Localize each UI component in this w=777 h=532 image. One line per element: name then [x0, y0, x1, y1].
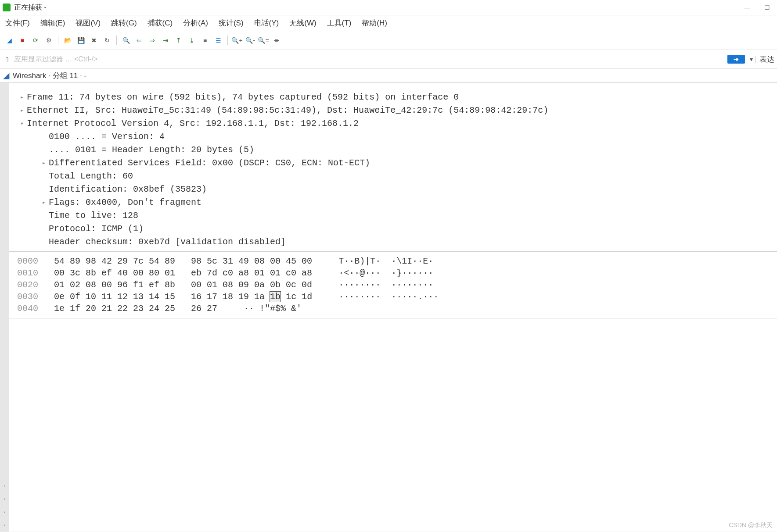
- packet-details-pane[interactable]: ▸Frame 11: 74 bytes on wire (592 bits), …: [9, 83, 777, 252]
- gutter-marker: ›: [0, 505, 9, 518]
- filter-dropdown-icon[interactable]: ▾: [747, 56, 756, 63]
- shark-fin-icon[interactable]: ◢: [4, 35, 15, 46]
- menu-item[interactable]: 无线(W): [289, 18, 316, 28]
- resize-columns-icon[interactable]: ⇹: [271, 35, 282, 46]
- apply-filter-button[interactable]: ➔: [727, 55, 745, 64]
- hex-row[interactable]: 0000 54 89 98 42 29 7c 54 89 98 5c 31 49…: [17, 255, 769, 267]
- watermark: CSDN @李秋天: [729, 521, 773, 529]
- menu-item[interactable]: 文件(F): [5, 18, 30, 28]
- jump-icon[interactable]: ⇥: [160, 35, 171, 46]
- colorize-icon[interactable]: ☰: [212, 35, 224, 46]
- expand-open-icon[interactable]: ▾: [19, 117, 25, 130]
- window-controls: — ☐: [737, 0, 777, 15]
- restart-capture-icon[interactable]: ⟳: [30, 35, 41, 46]
- hex-row[interactable]: 0030 0e 0f 10 11 12 13 14 15 16 17 18 19…: [17, 291, 769, 303]
- hex-row[interactable]: 0020 01 02 08 00 96 f1 ef 8b 00 01 08 09…: [17, 279, 769, 291]
- go-last-icon[interactable]: ⤓: [186, 35, 198, 46]
- hex-row[interactable]: 0040 1e 1f 20 21 22 23 24 25 26 27 ·· !"…: [17, 303, 769, 314]
- gutter-marker: ›: [0, 518, 9, 532]
- packet-window-title-bar: ◢ Wireshark · 分组 11 · -: [0, 69, 777, 83]
- detail-line[interactable]: Time to live: 128: [19, 209, 772, 222]
- hex-ascii: ·· !"#$% &': [244, 303, 302, 314]
- hex-row[interactable]: 0010 00 3c 8b ef 40 00 80 01 eb 7d c0 a8…: [17, 267, 769, 279]
- hex-offset: 0040: [17, 303, 54, 314]
- detail-line[interactable]: ▸Differentiated Services Field: 0x00 (DS…: [19, 157, 772, 170]
- packet-window-title: Wireshark · 分组 11 · -: [13, 71, 86, 81]
- close-icon[interactable]: ✖: [88, 35, 100, 46]
- stop-capture-icon[interactable]: ■: [17, 35, 28, 46]
- options-icon[interactable]: ⚙: [43, 35, 54, 46]
- expand-closed-icon[interactable]: ▸: [41, 196, 47, 209]
- detail-text: Time to live: 128: [49, 209, 138, 222]
- content-area: › › › › ▸Frame 11: 74 bytes on wire (592…: [0, 83, 777, 532]
- hex-ascii: T··B)|T· ·\1I··E·: [338, 256, 433, 266]
- menu-item[interactable]: 帮助(H): [362, 18, 387, 28]
- expand-closed-icon[interactable]: ▸: [19, 91, 25, 104]
- menu-item[interactable]: 编辑(E): [40, 18, 65, 28]
- open-file-icon[interactable]: 📂: [62, 35, 73, 46]
- zoom-out-icon[interactable]: 🔍-: [245, 35, 256, 46]
- detail-text: .... 0101 = Header Length: 20 bytes (5): [49, 143, 254, 157]
- menu-item[interactable]: 捕获(C): [147, 18, 173, 28]
- wireshark-fin-icon: ◢: [4, 71, 9, 80]
- gutter-marker: ›: [0, 492, 9, 505]
- menu-item[interactable]: 统计(S): [219, 18, 244, 28]
- detail-line[interactable]: ▸Ethernet II, Src: HuaweiTe_5c:31:49 (54…: [19, 104, 772, 117]
- window-title: 正在捕获 -: [14, 3, 47, 12]
- menu-item[interactable]: 分析(A): [183, 18, 208, 28]
- detail-text: 0100 .... = Version: 4: [49, 130, 165, 143]
- detail-line[interactable]: ▸Frame 11: 74 bytes on wire (592 bits), …: [19, 91, 772, 104]
- no-toggle: [41, 130, 47, 143]
- no-toggle: [41, 236, 47, 249]
- go-back-icon[interactable]: ⇐: [133, 35, 145, 46]
- auto-scroll-icon[interactable]: ≡: [199, 35, 211, 46]
- menu-item[interactable]: 工具(T): [327, 18, 352, 28]
- zoom-reset-icon[interactable]: 🔍=: [258, 35, 269, 46]
- detail-line[interactable]: Total Length: 60: [19, 170, 772, 183]
- toolbar-separator: [227, 36, 228, 45]
- expand-closed-icon[interactable]: ▸: [19, 104, 25, 117]
- detail-line[interactable]: Protocol: ICMP (1): [19, 222, 772, 236]
- no-toggle: [41, 183, 47, 196]
- detail-text: Ethernet II, Src: HuaweiTe_5c:31:49 (54:…: [27, 104, 548, 117]
- hex-bytes: 01 02 08 00 96 f1 ef 8b 00 01 08 09 0a 0…: [54, 280, 312, 290]
- expression-button[interactable]: 表达: [756, 54, 774, 64]
- bookmark-filter-icon[interactable]: ▯: [3, 56, 11, 63]
- toolbar-separator: [116, 36, 117, 45]
- zoom-in-icon[interactable]: 🔍+: [231, 35, 243, 46]
- reload-icon[interactable]: ↻: [101, 35, 113, 46]
- detail-line[interactable]: ▸Flags: 0x4000, Don't fragment: [19, 196, 772, 209]
- save-icon[interactable]: 💾: [75, 35, 86, 46]
- left-gutter: › › › ›: [0, 83, 9, 532]
- hex-bytes: 1c 1d: [281, 292, 312, 302]
- minimize-button[interactable]: —: [737, 0, 757, 15]
- packet-bytes-pane[interactable]: 0000 54 89 98 42 29 7c 54 89 98 5c 31 49…: [9, 252, 777, 318]
- display-filter-input[interactable]: [13, 53, 726, 65]
- expand-closed-icon[interactable]: ▸: [41, 157, 47, 170]
- detail-line[interactable]: ▾Internet Protocol Version 4, Src: 192.1…: [19, 117, 772, 130]
- hex-offset: 0000: [17, 256, 54, 266]
- menu-item[interactable]: 跳转(G): [111, 18, 137, 28]
- detail-text: Internet Protocol Version 4, Src: 192.16…: [27, 117, 359, 130]
- toolbar-separator: [58, 36, 58, 45]
- app-icon: [3, 4, 11, 11]
- no-toggle: [41, 143, 47, 157]
- hex-offset: 0010: [17, 268, 54, 278]
- maximize-button[interactable]: ☐: [757, 0, 777, 15]
- detail-text: Differentiated Services Field: 0x00 (DSC…: [49, 157, 370, 170]
- detail-line[interactable]: Identification: 0x8bef (35823): [19, 183, 772, 196]
- menu-item[interactable]: 视图(V): [76, 18, 101, 28]
- detail-line[interactable]: Header checksum: 0xeb7d [validation disa…: [19, 236, 772, 249]
- no-toggle: [41, 209, 47, 222]
- menu-item[interactable]: 电话(Y): [254, 18, 279, 28]
- detail-line[interactable]: .... 0101 = Header Length: 20 bytes (5): [19, 143, 772, 157]
- detail-text: Frame 11: 74 bytes on wire (592 bits), 7…: [27, 91, 459, 104]
- display-filter-bar: ▯ ➔ ▾ 表达: [0, 50, 777, 69]
- go-forward-icon[interactable]: ⇒: [147, 35, 158, 46]
- detail-line[interactable]: 0100 .... = Version: 4: [19, 130, 772, 143]
- hex-ascii: ········ ········: [338, 280, 433, 290]
- find-icon[interactable]: 🔍: [120, 35, 132, 46]
- title-bar: 正在捕获 - — ☐: [0, 0, 777, 15]
- hex-bytes: 0e 0f 10 11 12 13 14 15 16 17 18 19 1a: [54, 292, 270, 302]
- go-first-icon[interactable]: ⤒: [173, 35, 184, 46]
